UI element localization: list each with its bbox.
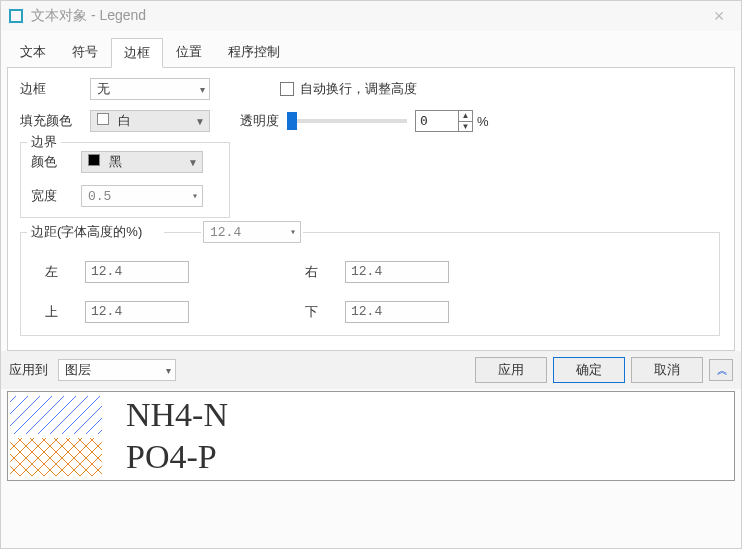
tab-position[interactable]: 位置 (163, 37, 215, 67)
legend-swatches (8, 392, 104, 480)
boundary-color-label: 颜色 (31, 153, 81, 171)
margin-left-label: 左 (45, 263, 85, 281)
boundary-color-value: 黑 (109, 154, 122, 169)
legend-preview: NH4-N PO4-P (7, 391, 735, 481)
tab-program[interactable]: 程序控制 (215, 37, 293, 67)
margin-right-input[interactable]: 12.4 (345, 261, 449, 283)
border-select-value: 无 (97, 80, 110, 98)
margins-master-select[interactable]: 12.4 ▾ (203, 221, 301, 243)
legend-labels: NH4-N PO4-P (104, 392, 734, 480)
legend-label-1: PO4-P (126, 436, 734, 479)
tab-border[interactable]: 边框 (111, 38, 163, 68)
collapse-button[interactable]: ︽ (709, 359, 733, 381)
opacity-input[interactable]: 0 ▲ ▼ (415, 110, 473, 132)
autowrap-label: 自动换行，调整高度 (300, 80, 417, 98)
close-icon[interactable]: × (705, 6, 733, 27)
legend-label-0: NH4-N (126, 394, 734, 437)
legend-swatch-0 (10, 396, 102, 434)
boundary-width-value: 0.5 (88, 189, 111, 204)
margin-left-input[interactable]: 12.4 (85, 261, 189, 283)
apply-to-select[interactable]: 图层 ▾ (58, 359, 176, 381)
margins-group-label: 边距(字体高度的%) (31, 224, 142, 239)
titlebar: 文本对象 - Legend × (1, 1, 741, 31)
chevron-down-icon: ▼ (195, 116, 205, 127)
opacity-slider-thumb[interactable] (287, 112, 297, 130)
autowrap-checkbox[interactable] (280, 82, 294, 96)
tab-strip: 文本 符号 边框 位置 程序控制 (1, 31, 741, 67)
opacity-value: 0 (416, 111, 458, 131)
opacity-slider[interactable] (287, 119, 407, 123)
fill-select-value: 白 (118, 113, 131, 128)
chevron-down-icon: ▾ (200, 84, 205, 95)
spinner-down-icon[interactable]: ▼ (459, 122, 472, 132)
margin-top-label: 上 (45, 303, 85, 321)
window-title: 文本对象 - Legend (31, 7, 705, 25)
boundary-width-select[interactable]: 0.5 ▾ (81, 185, 203, 207)
apply-to-value: 图层 (65, 361, 91, 379)
border-select[interactable]: 无 ▾ (90, 78, 210, 100)
fill-label: 填充颜色 (20, 112, 90, 130)
margin-bottom-input[interactable]: 12.4 (345, 301, 449, 323)
chevron-down-icon: ▾ (166, 365, 171, 376)
border-label: 边框 (20, 80, 90, 98)
chevron-down-icon: ▼ (188, 157, 198, 168)
margin-top-input[interactable]: 12.4 (85, 301, 189, 323)
chevron-down-icon: ▾ (290, 226, 296, 238)
chevron-down-icon: ▾ (192, 190, 198, 202)
tab-symbol[interactable]: 符号 (59, 37, 111, 67)
boundary-width-label: 宽度 (31, 187, 81, 205)
opacity-unit: % (477, 114, 489, 129)
tab-panel-border: 边框 无 ▾ 自动换行，调整高度 填充颜色 白 ▼ 透明度 (7, 67, 735, 351)
boundary-color-select[interactable]: 黑 ▼ (81, 151, 203, 173)
tab-text[interactable]: 文本 (7, 37, 59, 67)
margin-bottom-label: 下 (305, 303, 345, 321)
boundary-color-swatch-icon (88, 154, 100, 166)
margin-right-label: 右 (305, 263, 345, 281)
app-icon (9, 9, 23, 23)
boundary-group: 边界 颜色 黑 ▼ 宽度 0.5 ▾ (20, 142, 230, 218)
legend-swatch-1 (10, 438, 102, 476)
margins-group: 边距(字体高度的%) 12.4 ▾ 左 12.4 右 12.4 上 12.4 下 (20, 232, 720, 336)
ok-button[interactable]: 确定 (553, 357, 625, 383)
cancel-button[interactable]: 取消 (631, 357, 703, 383)
margins-master-value: 12.4 (210, 225, 241, 240)
apply-to-label: 应用到 (9, 361, 48, 379)
spinner-up-icon[interactable]: ▲ (459, 111, 472, 122)
opacity-label: 透明度 (240, 112, 279, 130)
double-chevron-up-icon: ︽ (717, 363, 726, 378)
bottom-bar: 应用到 图层 ▾ 应用 确定 取消 ︽ (1, 351, 741, 389)
boundary-group-label: 边界 (27, 133, 61, 151)
opacity-spinner[interactable]: ▲ ▼ (458, 111, 472, 131)
apply-button[interactable]: 应用 (475, 357, 547, 383)
fill-select[interactable]: 白 ▼ (90, 110, 210, 132)
fill-swatch-icon (97, 113, 109, 125)
dialog-window: 文本对象 - Legend × 文本 符号 边框 位置 程序控制 边框 无 ▾ … (0, 0, 742, 549)
